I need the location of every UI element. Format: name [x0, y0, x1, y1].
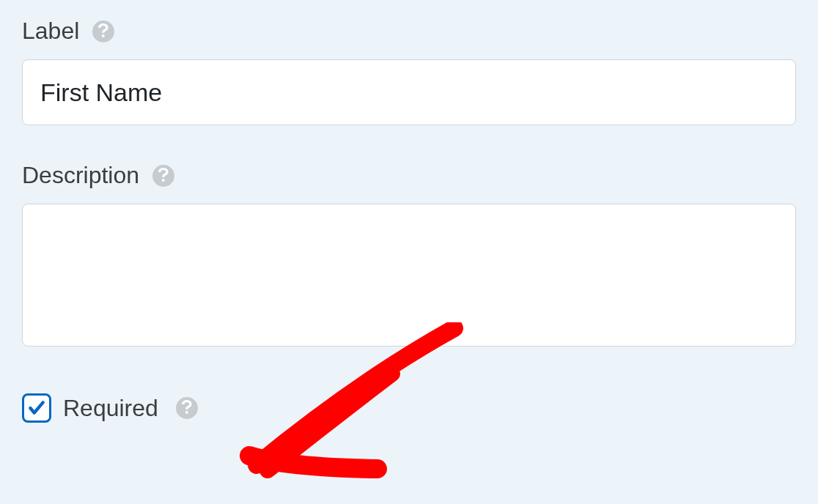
- label-header-row: Label: [22, 18, 796, 45]
- required-label: Required: [63, 395, 158, 422]
- required-checkbox[interactable]: [22, 393, 51, 423]
- help-icon[interactable]: [176, 397, 198, 419]
- label-input[interactable]: [22, 59, 796, 125]
- description-field-group: Description: [22, 162, 796, 349]
- help-icon[interactable]: [92, 21, 114, 42]
- required-row: Required: [22, 393, 796, 423]
- label-title: Label: [22, 18, 79, 45]
- description-header-row: Description: [22, 162, 796, 189]
- label-field-group: Label: [22, 18, 796, 125]
- description-input[interactable]: [22, 204, 796, 346]
- help-icon[interactable]: [152, 165, 174, 187]
- description-title: Description: [22, 162, 139, 189]
